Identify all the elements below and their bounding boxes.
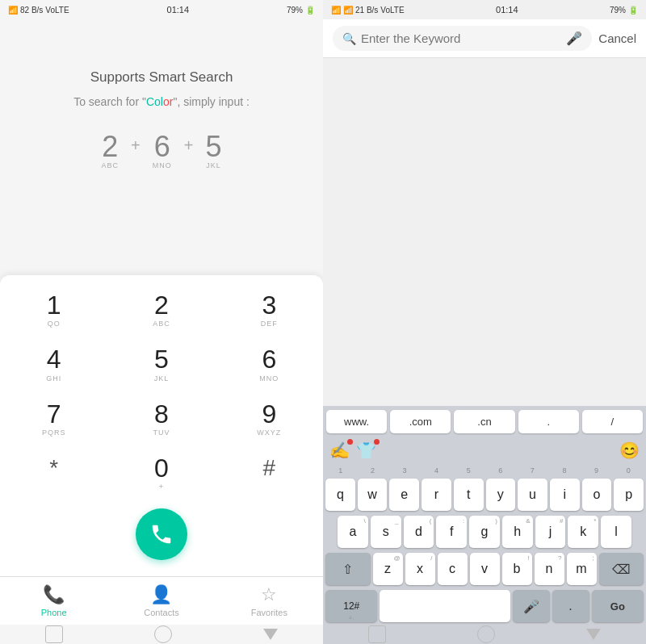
key-7[interactable]: 7PQRS xyxy=(0,392,107,446)
quick-bar: www. .com .cn . / xyxy=(323,406,646,437)
signal-icon: 📶 xyxy=(8,6,18,15)
key-p[interactable]: p xyxy=(614,479,644,511)
battery-icon-left: 🔋 xyxy=(305,6,315,15)
gesture-bar-right xyxy=(323,625,646,644)
handwriting-icon[interactable]: ✍️ xyxy=(329,441,350,460)
quick-dot[interactable]: . xyxy=(518,410,579,433)
key-x[interactable]: x/ xyxy=(405,553,435,585)
key-k[interactable]: k* xyxy=(568,516,598,548)
key-i[interactable]: i xyxy=(550,479,580,511)
battery-left: 79% xyxy=(287,6,303,15)
num-switch-key[interactable]: 12#ა, xyxy=(325,590,377,622)
dialpad: 1QO 2ABC 3DEF 4GHI 5JKL 6MNO 7PQRS 8TUV … xyxy=(0,275,323,576)
handwriting-dot xyxy=(347,439,353,445)
mic-key[interactable]: 🎤 xyxy=(513,590,550,622)
search-input[interactable] xyxy=(361,31,558,45)
key-n[interactable]: n? xyxy=(535,553,564,585)
time-left: 01:14 xyxy=(167,5,190,15)
key-u[interactable]: u xyxy=(518,479,547,511)
quick-cn[interactable]: .cn xyxy=(454,410,514,433)
key-a[interactable]: a\ xyxy=(338,516,368,548)
key-r[interactable]: r xyxy=(422,479,451,511)
key-d[interactable]: d( xyxy=(404,516,434,548)
right-content xyxy=(323,58,646,406)
key-hash[interactable]: # xyxy=(216,446,323,500)
key-row-bottom: 12#ა, 🎤 . Go xyxy=(323,588,646,625)
status-icons-right: 📶 📶 21 B/s VoLTE xyxy=(331,6,405,15)
period-key[interactable]: . xyxy=(552,590,589,622)
num-1: 1 xyxy=(325,465,357,476)
smart-search-desc: To search for "Color", simply input : xyxy=(73,95,250,108)
key-e[interactable]: e xyxy=(389,479,419,511)
key-s[interactable]: s_ xyxy=(371,516,401,548)
key-9[interactable]: 9WXYZ xyxy=(216,392,323,446)
key-m[interactable]: m; xyxy=(567,553,597,585)
wifi-icon-right: 📶 xyxy=(343,6,353,15)
key-b[interactable]: b! xyxy=(502,553,532,585)
emoji-icon[interactable]: 😊 xyxy=(619,441,640,460)
key-row-q: q w e r t y u i o p xyxy=(323,476,646,513)
key-j[interactable]: j# xyxy=(535,516,566,548)
delete-key[interactable]: ⌫ xyxy=(599,553,644,585)
circle-gesture-right[interactable] xyxy=(477,625,495,643)
key-4[interactable]: 4GHI xyxy=(0,337,107,391)
search-icon: 🔍 xyxy=(342,32,356,45)
key-sequence: 2 ABC + 6 MNO + 5 JKL xyxy=(102,132,222,169)
contacts-nav-icon: 👤 xyxy=(150,584,172,605)
key-c[interactable]: c xyxy=(438,553,468,585)
mic-icon[interactable]: 🎤 xyxy=(566,31,582,46)
triangle-gesture-right[interactable] xyxy=(586,629,601,640)
nav-favorites[interactable]: ☆ Favorites xyxy=(216,577,323,625)
plus-1: + xyxy=(127,136,145,155)
phone-nav-icon: 📞 xyxy=(43,584,65,605)
call-button[interactable] xyxy=(136,508,187,560)
shirt-icon[interactable]: 👕 xyxy=(356,441,376,460)
quick-com[interactable]: .com xyxy=(390,410,451,433)
phone-nav-label: Phone xyxy=(41,608,67,617)
key-0[interactable]: 0+ xyxy=(107,446,215,500)
shift-key[interactable]: ⇧ xyxy=(325,553,371,585)
key-t[interactable]: t xyxy=(454,479,484,511)
circle-gesture[interactable] xyxy=(154,625,172,643)
keyboard-area: www. .com .cn . / ✍️ 👕 😊 1 2 3 4 5 6 xyxy=(323,406,646,625)
shirt-dot xyxy=(374,439,380,445)
key-q[interactable]: q xyxy=(325,479,355,511)
key-f[interactable]: f: xyxy=(436,516,467,548)
key-l[interactable]: l xyxy=(601,516,631,548)
key-v[interactable]: v xyxy=(470,553,500,585)
key-y[interactable]: y xyxy=(486,479,516,511)
key-w[interactable]: w xyxy=(358,479,388,511)
cancel-button[interactable]: Cancel xyxy=(598,31,636,45)
key-o[interactable]: o xyxy=(582,479,612,511)
quick-www[interactable]: www. xyxy=(326,410,387,433)
network-speed-right: 21 B/s xyxy=(355,6,378,15)
go-key[interactable]: Go xyxy=(592,590,644,622)
key-6: 6 MNO xyxy=(153,132,172,169)
num-8: 8 xyxy=(548,465,581,476)
key-5-dial[interactable]: 5JKL xyxy=(107,337,215,391)
key-z[interactable]: z@ xyxy=(373,553,403,585)
triangle-gesture[interactable] xyxy=(263,629,278,640)
num-5: 5 xyxy=(452,465,484,476)
key-3[interactable]: 3DEF xyxy=(216,283,323,337)
key-h[interactable]: h& xyxy=(502,516,533,548)
key-row-a: a\ s_ d( f: g) h& j# k* l xyxy=(323,513,646,550)
dialpad-grid: 1QO 2ABC 3DEF 4GHI 5JKL 6MNO 7PQRS 8TUV … xyxy=(0,283,323,500)
key-g[interactable]: g) xyxy=(469,516,500,548)
num-7: 7 xyxy=(517,465,549,476)
battery-right: 79% xyxy=(610,6,626,15)
key-1[interactable]: 1QO xyxy=(0,283,107,337)
nav-contacts[interactable]: 👤 Contacts xyxy=(107,577,215,625)
key-6-dial[interactable]: 6MNO xyxy=(216,337,323,391)
quick-slash[interactable]: / xyxy=(582,410,643,433)
square-gesture-right[interactable] xyxy=(368,625,386,643)
desc-col: Col xyxy=(146,95,163,108)
favorites-nav-label: Favorites xyxy=(251,608,287,617)
key-star[interactable]: * xyxy=(0,446,107,500)
key-2-dial[interactable]: 2ABC xyxy=(107,283,215,337)
nav-phone[interactable]: 📞 Phone xyxy=(0,577,107,625)
volte-badge: VoLTE xyxy=(45,6,69,15)
key-8[interactable]: 8TUV xyxy=(107,392,215,446)
space-key[interactable] xyxy=(380,590,510,622)
square-gesture[interactable] xyxy=(45,625,63,643)
